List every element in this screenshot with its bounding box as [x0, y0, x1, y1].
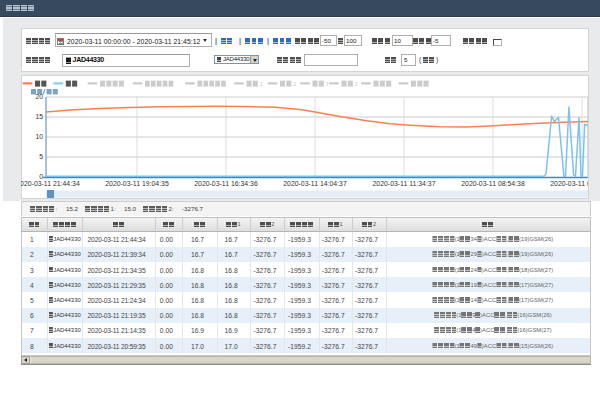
svg-text:1: 1: [260, 81, 264, 87]
svg-text:20: 20: [35, 93, 43, 100]
svg-text:5: 5: [39, 153, 43, 160]
svg-text:2: 2: [355, 81, 359, 87]
svg-text:2020-03-11 16:34:36: 2020-03-11 16:34:36: [194, 180, 258, 187]
svg-text:2020-03-11 19:04:35: 2020-03-11 19:04:35: [105, 180, 169, 187]
svg-text:2: 2: [293, 81, 297, 87]
svg-text:2020-03-11 11:34:37: 2020-03-11 11:34:37: [373, 180, 436, 187]
svg-text:10: 10: [35, 133, 43, 140]
svg-text:2020-03-11 08:54:38: 2020-03-11 08:54:38: [461, 180, 525, 187]
svg-text:2020-03-11 21:44:34: 2020-03-11 21:44:34: [21, 180, 80, 187]
svg-text:2020-03-11 14:04:37: 2020-03-11 14:04:37: [283, 180, 347, 187]
svg-text:1: 1: [326, 81, 330, 87]
svg-text:15: 15: [35, 113, 43, 120]
svg-text:2020-03-11 06:24:39: 2020-03-11 06:24:39: [550, 180, 588, 187]
